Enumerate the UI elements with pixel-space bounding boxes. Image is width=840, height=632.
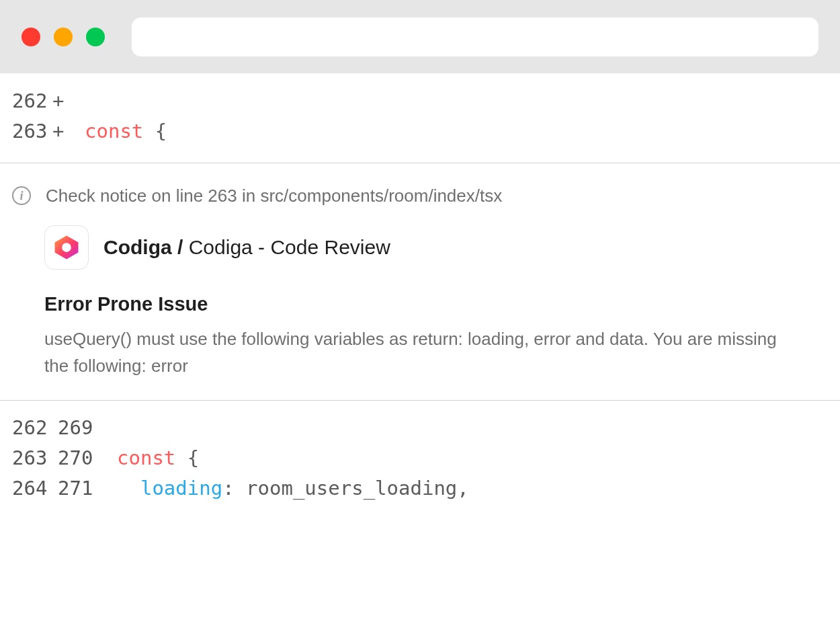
issue-title: Error Prone Issue: [44, 292, 828, 316]
line-number-old: 263: [12, 443, 58, 473]
review-panel: Codiga / Codiga - Code Review Error Pron…: [12, 208, 828, 379]
minimize-window-icon[interactable]: [54, 28, 73, 46]
titlebar: [0, 0, 840, 74]
review-app-name: Codiga /: [103, 236, 183, 258]
diff-line: 262 269: [12, 413, 828, 443]
diff-add-icon: +: [52, 86, 85, 116]
review-header: Codiga / Codiga - Code Review: [44, 225, 828, 270]
code-token: : room_users_loading,: [222, 473, 469, 504]
code-token-keyword: const: [117, 443, 175, 473]
browser-window: 262 + 263 + const { i Check notice on li…: [0, 0, 840, 632]
code-token: {: [143, 116, 167, 147]
code-token-keyword: const: [85, 116, 143, 147]
line-number-old: 262: [12, 86, 52, 116]
codiga-logo-svg: [53, 234, 80, 261]
line-number-new: 271: [58, 473, 117, 504]
diff-line: 263 + const {: [12, 116, 828, 147]
diff-line: 263 270 const {: [12, 443, 828, 473]
code-token: {: [175, 443, 199, 473]
code-indent: [117, 473, 140, 504]
diff-add-icon: +: [52, 116, 85, 147]
line-number-new: 269: [58, 413, 117, 443]
traffic-lights: [22, 28, 105, 46]
diff-line: 262 +: [12, 86, 828, 116]
zoom-window-icon[interactable]: [86, 28, 105, 46]
svg-point-1: [62, 243, 71, 252]
notice-text: Check notice on line 263 in src/componen…: [46, 184, 502, 208]
close-window-icon[interactable]: [22, 28, 40, 46]
line-number-old: 263: [12, 116, 52, 147]
line-number-old: 264: [12, 473, 58, 504]
line-number-old: 262: [12, 413, 58, 443]
codiga-logo-icon: [44, 225, 89, 270]
review-app-suffix: Codiga - Code Review: [183, 236, 390, 258]
diff-line: 264 271 loading: room_users_loading,: [12, 473, 828, 504]
line-number-new: 270: [58, 443, 117, 473]
info-icon: i: [12, 186, 31, 205]
diff-block-top: 262 + 263 + const {: [0, 74, 840, 163]
url-input[interactable]: [132, 17, 818, 56]
code-token-property: loading: [140, 473, 222, 504]
diff-block-bottom: 262 269 263 270 const { 264 271 loading:…: [0, 401, 840, 520]
issue-description: useQuery() must use the following variab…: [44, 325, 784, 380]
check-notice: i Check notice on line 263 in src/compon…: [0, 163, 840, 400]
notice-header: i Check notice on line 263 in src/compon…: [12, 184, 828, 208]
review-title: Codiga / Codiga - Code Review: [103, 235, 390, 260]
